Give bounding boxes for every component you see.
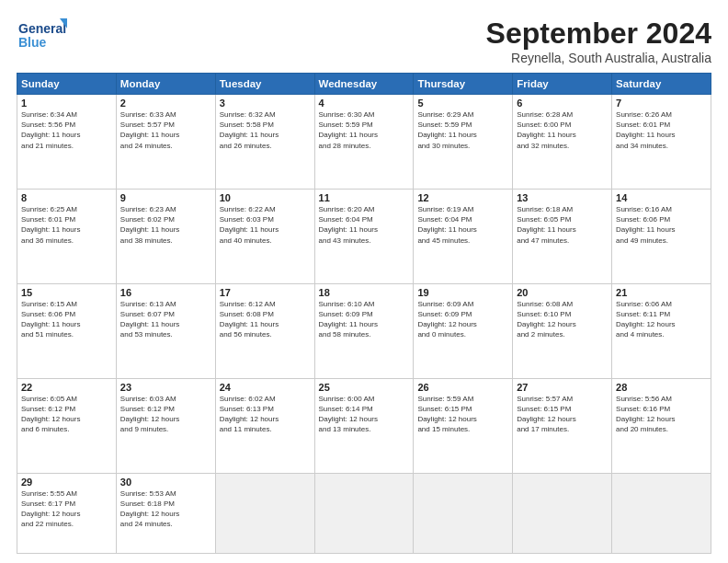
day-info: Sunrise: 6:33 AM Sunset: 5:57 PM Dayligh… bbox=[120, 109, 211, 151]
table-row: 9Sunrise: 6:23 AM Sunset: 6:02 PM Daylig… bbox=[116, 189, 215, 283]
day-number: 21 bbox=[616, 287, 707, 298]
day-info: Sunrise: 6:00 AM Sunset: 6:14 PM Dayligh… bbox=[319, 394, 410, 435]
day-number: 29 bbox=[21, 477, 112, 488]
day-number: 6 bbox=[517, 98, 608, 109]
day-info: Sunrise: 5:55 AM Sunset: 6:17 PM Dayligh… bbox=[21, 488, 112, 530]
table-row: 11Sunrise: 6:20 AM Sunset: 6:04 PM Dayli… bbox=[314, 189, 414, 283]
table-row: 25Sunrise: 6:00 AM Sunset: 6:14 PM Dayli… bbox=[314, 378, 414, 473]
day-info: Sunrise: 6:20 AM Sunset: 6:04 PM Dayligh… bbox=[319, 204, 410, 246]
day-info: Sunrise: 5:57 AM Sunset: 6:15 PM Dayligh… bbox=[517, 394, 608, 435]
day-info: Sunrise: 6:30 AM Sunset: 5:59 PM Dayligh… bbox=[319, 109, 410, 151]
day-number: 4 bbox=[319, 98, 410, 109]
day-number: 8 bbox=[21, 192, 112, 203]
day-info: Sunrise: 6:22 AM Sunset: 6:03 PM Dayligh… bbox=[220, 204, 311, 246]
day-info: Sunrise: 6:06 AM Sunset: 6:11 PM Dayligh… bbox=[616, 299, 707, 340]
logo-svg: General Blue bbox=[17, 17, 67, 55]
calendar-location: Reynella, South Australia, Australia bbox=[486, 51, 711, 65]
day-number: 11 bbox=[319, 192, 410, 203]
table-row: 24Sunrise: 6:02 AM Sunset: 6:13 PM Dayli… bbox=[215, 378, 314, 473]
day-number: 23 bbox=[120, 382, 211, 393]
svg-text:Blue: Blue bbox=[18, 35, 47, 50]
day-number: 25 bbox=[319, 382, 410, 393]
day-number: 2 bbox=[120, 98, 211, 109]
day-info: Sunrise: 6:12 AM Sunset: 6:08 PM Dayligh… bbox=[220, 299, 311, 340]
col-tuesday: Tuesday bbox=[215, 74, 314, 95]
day-number: 30 bbox=[120, 477, 211, 488]
table-row: 30Sunrise: 5:53 AM Sunset: 6:18 PM Dayli… bbox=[116, 473, 215, 553]
table-row: 28Sunrise: 5:56 AM Sunset: 6:16 PM Dayli… bbox=[612, 378, 711, 473]
day-number: 27 bbox=[517, 382, 608, 393]
day-info: Sunrise: 6:09 AM Sunset: 6:09 PM Dayligh… bbox=[417, 299, 508, 340]
table-row: 27Sunrise: 5:57 AM Sunset: 6:15 PM Dayli… bbox=[513, 378, 612, 473]
col-thursday: Thursday bbox=[414, 74, 513, 95]
day-info: Sunrise: 6:18 AM Sunset: 6:05 PM Dayligh… bbox=[517, 204, 608, 246]
table-row: 14Sunrise: 6:16 AM Sunset: 6:06 PM Dayli… bbox=[612, 189, 711, 283]
day-number: 13 bbox=[517, 192, 608, 203]
table-row: 10Sunrise: 6:22 AM Sunset: 6:03 PM Dayli… bbox=[215, 189, 314, 283]
day-number: 19 bbox=[417, 287, 508, 298]
day-number: 24 bbox=[220, 382, 311, 393]
table-row: 15Sunrise: 6:15 AM Sunset: 6:06 PM Dayli… bbox=[17, 283, 117, 378]
day-number: 3 bbox=[220, 98, 311, 109]
table-row: 17Sunrise: 6:12 AM Sunset: 6:08 PM Dayli… bbox=[215, 283, 314, 378]
header: General Blue September 2024 Reynella, So… bbox=[17, 17, 711, 65]
day-number: 26 bbox=[417, 382, 508, 393]
day-info: Sunrise: 5:59 AM Sunset: 6:15 PM Dayligh… bbox=[417, 394, 508, 435]
table-row bbox=[414, 473, 513, 553]
svg-text:General: General bbox=[18, 21, 66, 36]
table-row: 7Sunrise: 6:26 AM Sunset: 6:01 PM Daylig… bbox=[612, 95, 711, 190]
table-row: 22Sunrise: 6:05 AM Sunset: 6:12 PM Dayli… bbox=[17, 378, 117, 473]
table-row bbox=[513, 473, 612, 553]
day-number: 17 bbox=[220, 287, 311, 298]
day-number: 22 bbox=[21, 382, 112, 393]
day-info: Sunrise: 6:32 AM Sunset: 5:58 PM Dayligh… bbox=[220, 109, 311, 151]
page: General Blue September 2024 Reynella, So… bbox=[0, 0, 728, 563]
day-number: 16 bbox=[120, 287, 211, 298]
col-friday: Friday bbox=[513, 74, 612, 95]
day-info: Sunrise: 6:19 AM Sunset: 6:04 PM Dayligh… bbox=[417, 204, 508, 246]
day-info: Sunrise: 6:02 AM Sunset: 6:13 PM Dayligh… bbox=[220, 394, 311, 435]
day-info: Sunrise: 6:34 AM Sunset: 5:56 PM Dayligh… bbox=[21, 109, 112, 151]
day-info: Sunrise: 6:08 AM Sunset: 6:10 PM Dayligh… bbox=[517, 299, 608, 340]
day-number: 28 bbox=[616, 382, 707, 393]
table-row: 3Sunrise: 6:32 AM Sunset: 5:58 PM Daylig… bbox=[215, 95, 314, 190]
day-info: Sunrise: 6:03 AM Sunset: 6:12 PM Dayligh… bbox=[120, 394, 211, 435]
table-row: 26Sunrise: 5:59 AM Sunset: 6:15 PM Dayli… bbox=[414, 378, 513, 473]
table-row: 29Sunrise: 5:55 AM Sunset: 6:17 PM Dayli… bbox=[17, 473, 117, 553]
table-row: 20Sunrise: 6:08 AM Sunset: 6:10 PM Dayli… bbox=[513, 283, 612, 378]
day-info: Sunrise: 6:10 AM Sunset: 6:09 PM Dayligh… bbox=[319, 299, 410, 340]
table-row: 5Sunrise: 6:29 AM Sunset: 5:59 PM Daylig… bbox=[414, 95, 513, 190]
day-number: 5 bbox=[417, 98, 508, 109]
title-block: September 2024 Reynella, South Australia… bbox=[486, 17, 711, 65]
day-number: 9 bbox=[120, 192, 211, 203]
col-wednesday: Wednesday bbox=[314, 74, 414, 95]
day-info: Sunrise: 6:13 AM Sunset: 6:07 PM Dayligh… bbox=[120, 299, 211, 340]
day-info: Sunrise: 6:23 AM Sunset: 6:02 PM Dayligh… bbox=[120, 204, 211, 246]
table-row: 6Sunrise: 6:28 AM Sunset: 6:00 PM Daylig… bbox=[513, 95, 612, 190]
table-row: 1Sunrise: 6:34 AM Sunset: 5:56 PM Daylig… bbox=[17, 95, 117, 190]
table-row bbox=[314, 473, 414, 553]
day-info: Sunrise: 5:56 AM Sunset: 6:16 PM Dayligh… bbox=[616, 394, 707, 435]
calendar-title: September 2024 bbox=[486, 17, 711, 51]
day-number: 12 bbox=[417, 192, 508, 203]
col-saturday: Saturday bbox=[612, 74, 711, 95]
day-info: Sunrise: 6:15 AM Sunset: 6:06 PM Dayligh… bbox=[21, 299, 112, 340]
logo: General Blue bbox=[17, 17, 67, 55]
table-row: 12Sunrise: 6:19 AM Sunset: 6:04 PM Dayli… bbox=[414, 189, 513, 283]
day-number: 20 bbox=[517, 287, 608, 298]
table-row bbox=[612, 473, 711, 553]
table-row: 21Sunrise: 6:06 AM Sunset: 6:11 PM Dayli… bbox=[612, 283, 711, 378]
day-number: 14 bbox=[616, 192, 707, 203]
day-info: Sunrise: 6:05 AM Sunset: 6:12 PM Dayligh… bbox=[21, 394, 112, 435]
table-row: 23Sunrise: 6:03 AM Sunset: 6:12 PM Dayli… bbox=[116, 378, 215, 473]
day-info: Sunrise: 6:25 AM Sunset: 6:01 PM Dayligh… bbox=[21, 204, 112, 246]
table-row bbox=[215, 473, 314, 553]
col-sunday: Sunday bbox=[17, 74, 117, 95]
table-row: 18Sunrise: 6:10 AM Sunset: 6:09 PM Dayli… bbox=[314, 283, 414, 378]
table-row: 8Sunrise: 6:25 AM Sunset: 6:01 PM Daylig… bbox=[17, 189, 117, 283]
table-row: 4Sunrise: 6:30 AM Sunset: 5:59 PM Daylig… bbox=[314, 95, 414, 190]
header-row: Sunday Monday Tuesday Wednesday Thursday… bbox=[17, 74, 711, 95]
table-row: 2Sunrise: 6:33 AM Sunset: 5:57 PM Daylig… bbox=[116, 95, 215, 190]
day-number: 15 bbox=[21, 287, 112, 298]
col-monday: Monday bbox=[116, 74, 215, 95]
